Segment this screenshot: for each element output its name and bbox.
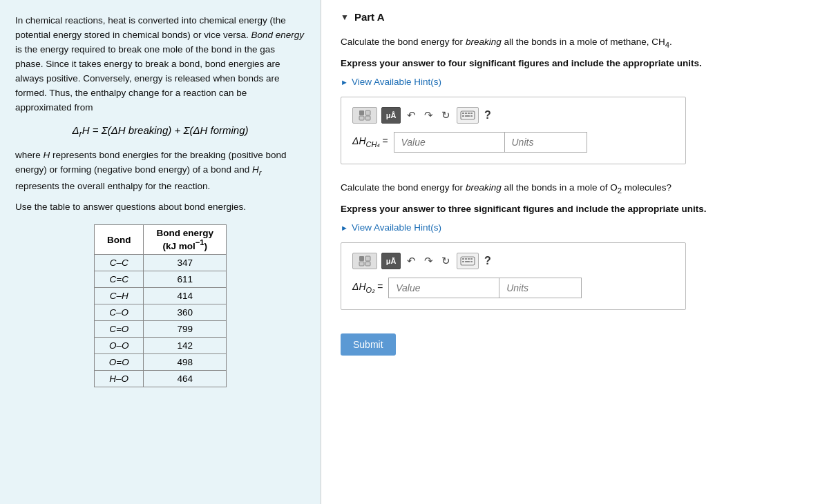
svg-rect-9: [462, 115, 464, 117]
hint-arrow-icon-1: ►: [341, 78, 348, 86]
undo-btn-1[interactable]: ↶: [405, 108, 418, 123]
redo-btn-2[interactable]: ↷: [422, 253, 435, 269]
bond-cell: C=C: [94, 271, 144, 287]
bond-table-wrapper: Bond Bond energy(kJ mol−1) C–C347C=C611C…: [15, 224, 305, 387]
energy-cell: 414: [144, 287, 227, 304]
input-row-2: ΔHO₂ =: [352, 278, 674, 298]
hint-label-2: View Available Hint(s): [352, 222, 441, 233]
table-row: C–O360: [94, 304, 226, 320]
svg-rect-19: [468, 258, 470, 260]
matrix-btn-1[interactable]: [352, 107, 377, 124]
svg-rect-5: [462, 113, 464, 114]
refresh-btn-1[interactable]: ↻: [439, 108, 452, 123]
question1-text: Calculate the bond energy for breaking a…: [341, 35, 810, 51]
answer-box-2: μÅ ↶ ↷ ↻ ?: [341, 242, 686, 310]
mu-btn-1[interactable]: μÅ: [381, 107, 401, 124]
table-row: O–O142: [94, 337, 226, 353]
keyboard-btn-2[interactable]: [457, 253, 479, 269]
energy-cell: 464: [144, 370, 227, 387]
hint-link-1[interactable]: ► View Available Hint(s): [341, 77, 810, 87]
svg-rect-15: [365, 262, 370, 266]
hint-link-2[interactable]: ► View Available Hint(s): [341, 222, 810, 233]
value-input-1[interactable]: [394, 132, 504, 153]
col-bond-header: Bond: [94, 225, 144, 255]
svg-rect-10: [465, 115, 470, 117]
units-input-2[interactable]: [499, 278, 582, 298]
svg-rect-11: [470, 115, 473, 117]
part-label: Part A: [354, 11, 385, 23]
question-block-2: Calculate the bond energy for breaking a…: [341, 181, 810, 310]
svg-rect-21: [462, 261, 464, 262]
eq-label-1: ΔHCH₄ =: [352, 135, 388, 149]
table-row: H–O464: [94, 370, 226, 387]
bond-cell: C–H: [94, 287, 144, 304]
bond-cell: C=O: [94, 320, 144, 337]
mu-btn-2[interactable]: μÅ: [381, 253, 401, 269]
part-header: ▼ Part A: [341, 11, 810, 23]
energy-cell: 611: [144, 271, 227, 287]
energy-cell: 142: [144, 337, 227, 353]
question-block-1: Calculate the bond energy for breaking a…: [341, 35, 810, 164]
bond-cell: H–O: [94, 370, 144, 387]
answer-box-1: μÅ ↶ ↷ ↻ ?: [341, 97, 686, 164]
refresh-btn-2[interactable]: ↻: [439, 253, 452, 269]
keyboard-btn-1[interactable]: [457, 107, 479, 124]
svg-rect-7: [468, 113, 470, 114]
svg-rect-6: [465, 113, 467, 114]
help-icon-1[interactable]: ?: [484, 109, 491, 122]
table-instruction: Use the table to answer questions about …: [15, 200, 305, 215]
hint-label-1: View Available Hint(s): [352, 77, 441, 87]
svg-rect-3: [365, 116, 370, 120]
col-energy-header: Bond energy(kJ mol−1): [144, 225, 227, 255]
where-paragraph: where H represents bond energies for the…: [15, 148, 305, 193]
undo-btn-2[interactable]: ↶: [405, 253, 418, 269]
svg-rect-18: [465, 258, 467, 260]
bond-cell: O=O: [94, 353, 144, 370]
svg-rect-1: [365, 110, 370, 115]
energy-cell: 799: [144, 320, 227, 337]
table-row: C=O799: [94, 320, 226, 337]
toolbar-1: μÅ ↶ ↷ ↻ ?: [352, 107, 674, 124]
svg-rect-8: [470, 113, 473, 114]
table-row: C–H414: [94, 287, 226, 304]
energy-cell: 360: [144, 304, 227, 320]
svg-rect-17: [462, 258, 464, 260]
bond-energy-table: Bond Bond energy(kJ mol−1) C–C347C=C611C…: [94, 224, 227, 387]
svg-rect-23: [470, 261, 473, 262]
hint-arrow-icon-2: ►: [341, 224, 348, 232]
question1-bold: Express your answer to four significant …: [341, 57, 810, 71]
svg-rect-2: [359, 116, 364, 120]
svg-rect-20: [470, 258, 473, 260]
redo-btn-1[interactable]: ↷: [422, 108, 435, 123]
value-input-2[interactable]: [388, 278, 499, 298]
submit-button[interactable]: Submit: [341, 333, 396, 356]
energy-cell: 347: [144, 254, 227, 271]
table-row: O=O498: [94, 353, 226, 370]
help-icon-2[interactable]: ?: [484, 255, 491, 267]
svg-rect-13: [365, 256, 370, 261]
question2-text: Calculate the bond energy for breaking a…: [341, 181, 810, 197]
matrix-btn-2[interactable]: [352, 253, 377, 269]
left-panel: In chemical reactions, heat is converted…: [0, 0, 321, 504]
input-row-1: ΔHCH₄ =: [352, 132, 674, 153]
toolbar-2: μÅ ↶ ↷ ↻ ?: [352, 253, 674, 269]
eq-label-2: ΔHO₂ =: [352, 281, 383, 295]
energy-cell: 498: [144, 353, 227, 370]
svg-rect-22: [465, 261, 470, 262]
bond-cell: C–C: [94, 254, 144, 271]
units-input-1[interactable]: [504, 132, 587, 153]
right-panel: ▼ Part A Calculate the bond energy for b…: [321, 0, 829, 504]
bond-cell: C–O: [94, 304, 144, 320]
table-row: C–C347: [94, 254, 226, 271]
svg-rect-0: [359, 110, 364, 115]
table-row: C=C611: [94, 271, 226, 287]
svg-rect-12: [359, 256, 364, 261]
bond-cell: O–O: [94, 337, 144, 353]
question2-bold: Express your answer to three significant…: [341, 202, 810, 217]
svg-rect-14: [359, 262, 364, 266]
intro-paragraph: In chemical reactions, heat is converted…: [15, 14, 305, 115]
part-arrow-icon[interactable]: ▼: [341, 12, 349, 22]
formula-display: ΔrH = Σ(ΔH breaking) + Σ(ΔH forming): [15, 124, 305, 139]
